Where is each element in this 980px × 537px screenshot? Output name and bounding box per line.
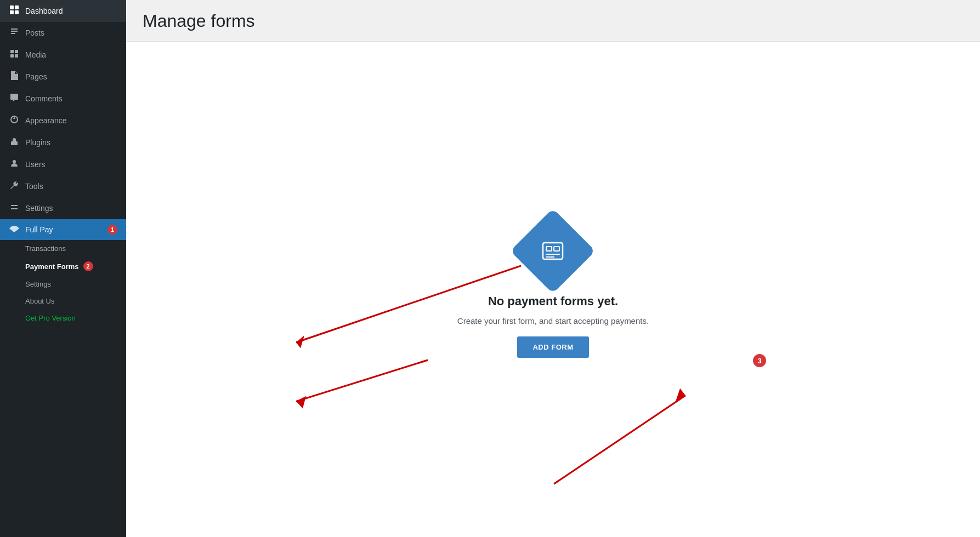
svg-rect-3 — [15, 10, 19, 14]
svg-rect-5 — [15, 50, 18, 53]
sidebar: Dashboard Posts Media Pages Comments App… — [0, 0, 126, 537]
sidebar-item-media[interactable]: Media — [0, 44, 126, 66]
svg-line-19 — [554, 396, 686, 484]
sidebar-sub-items: Transactions Payment Forms 2 Settings Ab… — [0, 240, 126, 327]
tools-icon — [9, 181, 20, 192]
comments-icon — [9, 93, 20, 104]
svg-rect-8 — [11, 141, 18, 145]
users-icon — [9, 159, 20, 170]
sidebar-item-label: Appearance — [25, 116, 67, 125]
sidebar-item-dashboard[interactable]: Dashboard — [0, 0, 126, 22]
svg-point-9 — [13, 160, 16, 163]
svg-rect-11 — [546, 247, 552, 251]
sidebar-item-label: Tools — [25, 182, 43, 191]
form-diamond-icon — [511, 208, 596, 294]
main-content: Manage forms No payment forms yet. Creat… — [126, 0, 980, 537]
svg-rect-1 — [15, 5, 19, 9]
sidebar-sub-item-about-us[interactable]: About Us — [0, 293, 126, 310]
empty-state: No payment forms yet. Create your first … — [457, 221, 649, 358]
svg-marker-20 — [676, 389, 686, 402]
svg-rect-0 — [10, 5, 14, 9]
sidebar-item-appearance[interactable]: Appearance — [0, 110, 126, 132]
sidebar-sub-item-settings[interactable]: Settings — [0, 276, 126, 293]
sidebar-item-label: Plugins — [25, 138, 50, 147]
dashboard-icon — [9, 5, 20, 16]
sidebar-item-label: Comments — [25, 94, 63, 103]
sidebar-item-pages[interactable]: Pages — [0, 66, 126, 88]
svg-line-17 — [296, 360, 428, 401]
sidebar-sub-item-payment-forms[interactable]: Payment Forms 2 — [0, 257, 126, 276]
media-icon — [9, 49, 20, 60]
add-form-button[interactable]: ADD FORM — [517, 336, 588, 358]
sidebar-item-label: Posts — [25, 28, 44, 37]
sidebar-item-users[interactable]: Users — [0, 153, 126, 175]
annotation-3: 3 — [753, 354, 766, 367]
pages-icon — [9, 71, 20, 82]
sidebar-item-posts[interactable]: Posts — [0, 22, 126, 44]
page-header: Manage forms — [126, 0, 980, 42]
sidebar-item-label: Pages — [25, 72, 47, 81]
empty-state-title: No payment forms yet. — [488, 294, 618, 309]
svg-marker-18 — [296, 396, 306, 409]
fullpay-icon — [9, 225, 20, 235]
sidebar-item-plugins[interactable]: Plugins — [0, 132, 126, 153]
transactions-label: Transactions — [25, 244, 66, 253]
page-body: No payment forms yet. Create your first … — [126, 42, 980, 537]
sidebar-item-settings[interactable]: Settings — [0, 197, 126, 219]
settings-sub-label: Settings — [25, 280, 51, 288]
fullpay-badge: 1 — [107, 225, 117, 235]
sidebar-item-label: Full Pay — [25, 225, 53, 234]
page-title: Manage forms — [143, 11, 964, 31]
settings-icon — [9, 203, 20, 214]
plugins-icon — [9, 137, 20, 148]
svg-rect-2 — [10, 10, 14, 14]
form-icon-inner — [539, 237, 567, 265]
sidebar-item-fullpay[interactable]: Full Pay 1 — [0, 219, 126, 240]
sidebar-item-comments[interactable]: Comments — [0, 88, 126, 110]
posts-icon — [9, 27, 20, 38]
svg-marker-16 — [296, 335, 304, 349]
get-pro-link[interactable]: Get Pro Version — [0, 310, 126, 327]
sidebar-item-tools[interactable]: Tools — [0, 175, 126, 197]
payment-forms-label: Payment Forms — [25, 262, 79, 271]
svg-rect-7 — [15, 54, 18, 58]
sidebar-sub-item-transactions[interactable]: Transactions — [0, 240, 126, 257]
appearance-icon — [9, 115, 20, 126]
svg-rect-4 — [10, 50, 14, 53]
about-us-label: About Us — [25, 297, 54, 305]
payment-forms-badge: 2 — [83, 261, 93, 271]
sidebar-item-label: Media — [25, 50, 46, 59]
empty-state-subtitle: Create your first form, and start accept… — [457, 316, 649, 325]
sidebar-item-label: Settings — [25, 204, 53, 213]
sidebar-item-label: Users — [25, 160, 46, 169]
sidebar-item-label: Dashboard — [25, 7, 63, 15]
svg-rect-12 — [554, 247, 559, 251]
svg-rect-6 — [10, 54, 14, 58]
